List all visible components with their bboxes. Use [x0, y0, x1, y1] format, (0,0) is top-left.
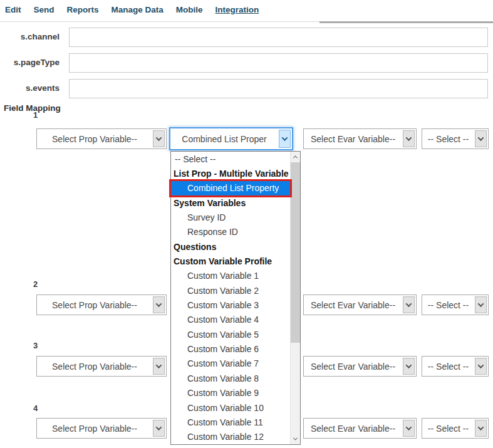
chevron-down-icon [475, 296, 487, 313]
nav-divider-segment [319, 21, 493, 23]
dropdown-option[interactable]: Custom Variable 8 [171, 371, 290, 385]
dropdown-option[interactable]: Custom Variable 5 [171, 327, 290, 341]
dropdown-option[interactable]: Response ID [171, 225, 290, 239]
s-pagetype-label: s.pageType [0, 58, 60, 67]
chevron-down-icon [475, 420, 487, 437]
s-events-input[interactable] [69, 79, 488, 98]
prop-variable-select[interactable]: Select Prop Variable-- [36, 356, 167, 377]
dropdown-option[interactable]: Custom Variable 4 [171, 313, 290, 327]
scroll-down-icon[interactable] [291, 434, 300, 444]
dropdown-option-annotated[interactable]: Combined List Property [171, 181, 290, 195]
nav-item-send[interactable]: Send [34, 5, 54, 14]
dropdown-option[interactable]: Custom Variable 2 [171, 283, 290, 298]
evar-variable-select[interactable]: Select Evar Variable-- [303, 294, 417, 315]
dropdown-option[interactable]: Custom Variable 11 [171, 415, 290, 429]
integration-page: Edit Send Reports Manage Data Mobile Int… [0, 0, 493, 448]
mapping-select[interactable]: -- Select -- [422, 128, 489, 149]
dropdown-option[interactable]: Custom Variable 12 [171, 430, 290, 444]
prop-variable-select[interactable]: Select Prop Variable-- [36, 418, 167, 439]
mapping-select[interactable]: -- Select -- [422, 418, 489, 439]
dropdown-option[interactable]: Custom Variable 6 [171, 341, 290, 356]
nav-item-integration[interactable]: Integration [215, 5, 259, 14]
top-nav: Edit Send Reports Manage Data Mobile Int… [5, 5, 259, 14]
dropdown-option[interactable]: Custom Variable 9 [171, 386, 290, 400]
dropdown-group-label: List Prop - Multiple Variable [171, 166, 290, 180]
dropdown-option[interactable]: Custom Variable 1 [171, 269, 290, 283]
s-channel-label: s.channel [0, 32, 60, 41]
prop-variable-select[interactable]: Select Prop Variable-- [36, 128, 167, 149]
dropdown-option[interactable]: Custom Variable 7 [171, 357, 290, 371]
row-number: 4 [33, 404, 38, 413]
dropdown-option[interactable]: -- Select -- [171, 152, 290, 166]
chevron-down-icon [475, 358, 487, 375]
dropdown-option[interactable]: Custom Variable 3 [171, 298, 290, 312]
dropdown-group-label: Custom Variable Profile [171, 254, 290, 268]
row-number: 2 [33, 279, 38, 289]
nav-item-edit[interactable]: Edit [5, 5, 21, 14]
evar-variable-select[interactable]: Select Evar Variable-- [303, 418, 417, 439]
prop-variable-select[interactable]: Select Prop Variable-- [36, 294, 167, 315]
chevron-down-icon [279, 130, 291, 148]
row-number: 3 [33, 341, 38, 350]
scrollbar-thumb[interactable] [291, 162, 300, 343]
chevron-down-icon [153, 130, 165, 147]
mapping-select[interactable]: -- Select -- [422, 356, 489, 377]
dropdown-group-label: Questions [171, 239, 290, 254]
chevron-down-icon [403, 296, 415, 313]
dropdown-group-label: System Variables [171, 195, 290, 210]
list-prop-dropdown-menu: -- Select -- List Prop - Multiple Variab… [170, 151, 301, 445]
chevron-down-icon [403, 358, 415, 375]
nav-item-manage-data[interactable]: Manage Data [112, 5, 163, 14]
chevron-down-icon [403, 130, 415, 147]
scroll-up-icon[interactable] [291, 152, 300, 162]
nav-item-reports[interactable]: Reports [67, 5, 99, 14]
mapping-select[interactable]: -- Select -- [422, 294, 489, 315]
row-number: 1 [33, 110, 38, 120]
s-events-label: s.events [0, 83, 60, 93]
dropdown-option[interactable]: Survey ID [171, 210, 290, 224]
chevron-down-icon [153, 358, 165, 375]
field-mapping-title: Field Mapping [4, 103, 61, 113]
s-pagetype-input[interactable] [69, 53, 488, 73]
list-prop-select[interactable]: Combined List Proper [169, 127, 293, 150]
chevron-down-icon [403, 420, 415, 437]
dropdown-scrollbar[interactable] [290, 152, 300, 444]
dropdown-option[interactable]: Custom Variable 10 [171, 400, 290, 415]
evar-variable-select[interactable]: Select Evar Variable-- [303, 128, 417, 149]
evar-variable-select[interactable]: Select Evar Variable-- [303, 356, 417, 377]
dropdown-options: -- Select -- List Prop - Multiple Variab… [171, 152, 290, 444]
chevron-down-icon [153, 420, 165, 437]
chevron-down-icon [153, 296, 165, 313]
nav-item-mobile[interactable]: Mobile [176, 5, 203, 14]
s-channel-input[interactable] [69, 28, 488, 47]
chevron-down-icon [475, 130, 487, 147]
